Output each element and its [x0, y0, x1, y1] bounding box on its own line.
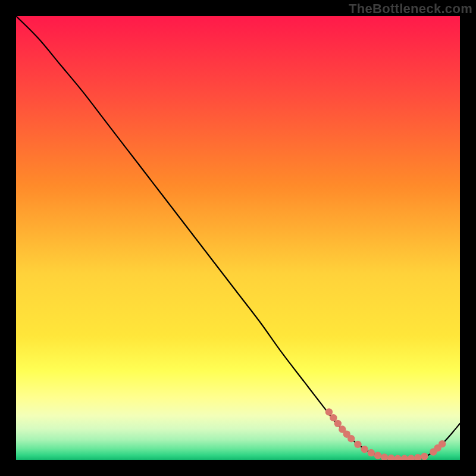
plot-area	[16, 16, 460, 460]
data-dot	[325, 408, 333, 415]
data-dot	[330, 414, 337, 421]
chart-frame: TheBottleneck.com	[0, 0, 476, 476]
data-dot	[354, 441, 361, 448]
data-dot	[439, 440, 446, 447]
data-dot	[421, 453, 428, 460]
data-dot	[368, 449, 375, 456]
data-dot	[374, 452, 381, 459]
data-dot	[334, 420, 342, 427]
data-dot	[347, 435, 355, 442]
chart-svg	[16, 16, 460, 460]
watermark-text: TheBottleneck.com	[349, 1, 472, 17]
gradient-background	[16, 16, 460, 460]
data-dot	[361, 446, 368, 453]
